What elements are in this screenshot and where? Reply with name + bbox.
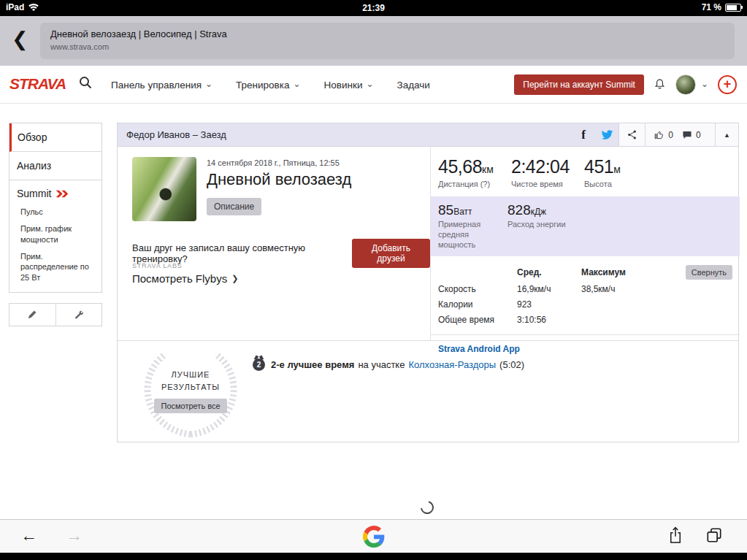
collapse-panel-button[interactable]: ▲ xyxy=(715,123,738,146)
elevation-unit: м xyxy=(613,164,621,175)
segment-time: (5:02) xyxy=(499,359,524,370)
browser-forward-button[interactable]: → xyxy=(66,526,83,545)
friend-prompt-text: Ваш друг не записал вашу совместную трен… xyxy=(132,242,345,264)
strava-labs-label: STRAVA LABS xyxy=(132,262,183,269)
row-avg: 923 xyxy=(517,299,581,310)
site-header: STRAVA Панель управления ⌄ Тренировка ⌄ … xyxy=(0,66,747,104)
stat-moving-time: 2:42:04 Чистое время xyxy=(511,156,584,188)
sidebar-item-summit[interactable]: Summit xyxy=(9,180,101,204)
main-nav: Панель управления ⌄ Тренировка ⌄ Новинки… xyxy=(111,66,430,104)
nav-dashboard-label: Панель управления xyxy=(111,80,202,91)
activity-summary-column: 14 сентября 2018 г., Пятница, 12:55 Днев… xyxy=(118,147,430,340)
edit-pencil-icon[interactable] xyxy=(9,304,55,326)
loading-spinner-icon xyxy=(419,499,435,518)
avatar[interactable] xyxy=(675,74,696,95)
athlete-activity-title: Федор Иванов – Заезд xyxy=(126,129,226,140)
share-sheet-icon[interactable] xyxy=(668,526,683,548)
sidebar-item-analysis[interactable]: Анализ xyxy=(9,152,101,180)
comments-count: 0 xyxy=(696,130,701,140)
medal-icon: 2 xyxy=(253,358,265,371)
activity-stats-column: 45,68км Дистанция (?) 2:42:04 Чистое вре… xyxy=(430,147,740,340)
sidebar-tools xyxy=(9,303,102,326)
row-avg: 3:10:56 xyxy=(517,315,581,325)
chevron-down-icon: ⌄ xyxy=(366,82,373,87)
achievements-section: ЛУЧШИЕ РЕЗУЛЬТАТЫ Посмотреть все 2 2-е л… xyxy=(118,340,738,442)
energy-value: 828 xyxy=(507,202,531,218)
address-bar[interactable]: Дневной велозаезд | Велосипед | Strava w… xyxy=(40,23,735,59)
distance-unit: км xyxy=(482,164,494,175)
distance-label[interactable]: Дистанция (?) xyxy=(438,180,511,188)
notifications-bell-icon[interactable] xyxy=(654,77,666,93)
avatar-chevron-down-icon[interactable]: ⌄ xyxy=(701,82,708,87)
moving-time-label: Чистое время xyxy=(511,180,584,188)
column-avg: Сред. xyxy=(517,267,581,277)
chevron-down-icon: ⌄ xyxy=(205,82,212,87)
medal-rank: 2 xyxy=(257,361,261,369)
distance-value: 45,68 xyxy=(438,156,482,177)
strava-page: STRAVA Панель управления ⌄ Тренировка ⌄ … xyxy=(0,66,747,519)
activity-panel-header: Федор Иванов – Заезд f 0 0 ▲ xyxy=(118,123,738,147)
browser-back-button[interactable]: ← xyxy=(20,526,37,545)
nav-explore-label: Новинки xyxy=(324,80,363,91)
facebook-share-icon[interactable]: f xyxy=(572,123,595,146)
row-label: Калории xyxy=(438,299,517,310)
settings-wrench-icon[interactable] xyxy=(55,304,102,326)
battery-fill xyxy=(727,5,737,10)
stat-distance: 45,68км Дистанция (?) xyxy=(438,156,511,188)
browser-back-chevron-icon[interactable]: ❮ xyxy=(12,28,28,51)
battery-percent: 71 % xyxy=(702,2,721,12)
nav-dashboard[interactable]: Панель управления ⌄ xyxy=(111,80,212,91)
achievement-row: 2 2-е лучшее время на участке Колхозная-… xyxy=(253,358,524,371)
power-stats-band: 85Ватт Примерная средняя мощность 828кДж… xyxy=(431,196,740,256)
nav-explore[interactable]: Новинки ⌄ xyxy=(324,80,374,91)
row-label: Общее время xyxy=(438,315,517,325)
flybys-link[interactable]: Посмотреть Flybys ❯ xyxy=(132,272,238,285)
kudos-count: 0 xyxy=(668,130,673,140)
best-results-line1: ЛУЧШИЕ xyxy=(129,369,253,381)
stat-energy: 828кДж Расход энергии xyxy=(507,202,566,250)
page-url: www.strava.com xyxy=(50,42,724,51)
sidebar-item-overview[interactable]: Обзор xyxy=(9,123,101,152)
browser-top-toolbar: ❮ Дневной велозаезд | Велосипед | Strava… xyxy=(0,16,747,66)
nav-challenges[interactable]: Задачи xyxy=(397,80,430,91)
activity-photo[interactable] xyxy=(132,157,196,221)
clock: 21:39 xyxy=(0,3,747,13)
achievement-text-bold: 2-е лучшее время xyxy=(271,359,354,370)
row-label: Скорость xyxy=(438,284,517,294)
summit-arrows-icon xyxy=(55,189,69,199)
sidebar-item-power-curve[interactable]: Прим. график мощности xyxy=(9,220,101,248)
energy-unit: кДж xyxy=(531,207,546,217)
sidebar: Обзор Анализ Summit Пульс Прим. график м… xyxy=(9,123,102,326)
comment-bubble-icon[interactable] xyxy=(682,130,692,140)
browser-bottom-toolbar: ← → xyxy=(0,519,747,553)
twitter-share-icon[interactable] xyxy=(595,123,618,146)
google-logo-icon[interactable] xyxy=(363,526,385,551)
header-right: Перейти на аккаунт Summit ⌄ + xyxy=(514,66,737,104)
collapse-table-button[interactable]: Свернуть xyxy=(686,265,732,280)
strava-logo[interactable]: STRAVA xyxy=(9,75,66,93)
summit-upgrade-button[interactable]: Перейти на аккаунт Summit xyxy=(514,74,644,95)
nav-training[interactable]: Тренировка ⌄ xyxy=(236,80,300,91)
summit-label: Summit xyxy=(17,188,51,199)
segment-link[interactable]: Колхозная-Раздоры xyxy=(408,359,496,370)
add-activity-button[interactable]: + xyxy=(718,75,737,94)
moving-time-value: 2:42:04 xyxy=(511,156,570,177)
chevron-right-icon: ❯ xyxy=(231,274,238,283)
share-button[interactable] xyxy=(618,123,645,146)
status-right: 71 % xyxy=(702,2,741,12)
best-results-label: ЛУЧШИЕ РЕЗУЛЬТАТЫ xyxy=(129,369,253,393)
row-avg: 16,9км/ч xyxy=(517,284,581,294)
battery-icon xyxy=(725,4,741,12)
tabs-icon[interactable] xyxy=(706,527,722,546)
sidebar-item-heart-rate[interactable]: Пульс xyxy=(9,204,101,220)
flybys-label: Посмотреть Flybys xyxy=(132,272,227,285)
description-button[interactable]: Описание xyxy=(207,198,261,215)
sidebar-item-power-distribution[interactable]: Прим. распределение по 25 Вт xyxy=(9,248,101,293)
kudos-thumb-icon[interactable] xyxy=(654,130,664,140)
search-icon[interactable] xyxy=(79,76,92,92)
elevation-label: Высота xyxy=(584,180,657,188)
add-friends-button[interactable]: Добавить друзей xyxy=(352,239,430,268)
facebook-f-glyph: f xyxy=(581,128,586,142)
avg-power-label: Примерная средняя мощность xyxy=(438,220,495,250)
view-all-button[interactable]: Посмотреть все xyxy=(154,399,226,413)
